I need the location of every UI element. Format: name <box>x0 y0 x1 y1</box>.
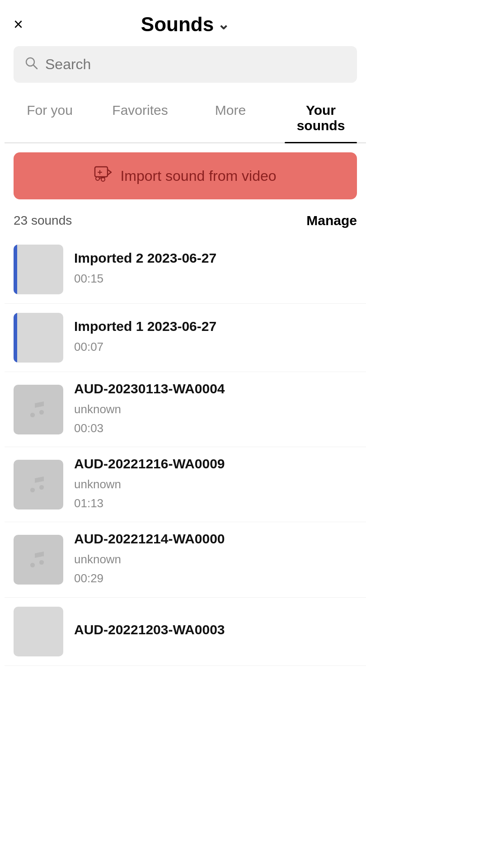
sound-thumbnail <box>14 313 63 363</box>
title-text: Sounds <box>141 13 214 36</box>
list-item[interactable]: AUD-20221214-WA0000 unknown00:29 <box>5 522 366 597</box>
import-sound-button[interactable]: Import sound from video <box>14 152 357 199</box>
sound-thumbnail <box>14 460 63 509</box>
tab-more[interactable]: More <box>185 92 276 142</box>
list-item[interactable]: AUD-20221216-WA0009 unknown01:13 <box>5 447 366 522</box>
sound-duration: 00:07 <box>74 338 357 357</box>
sound-thumbnail <box>14 607 63 656</box>
sound-title: AUD-20230113-WA0004 <box>74 381 357 396</box>
sound-thumbnail <box>14 385 63 434</box>
sound-title: AUD-20221216-WA0009 <box>74 456 357 472</box>
sound-title: Imported 1 2023-06-27 <box>74 319 357 334</box>
sound-title: AUD-20221214-WA0000 <box>74 531 357 547</box>
sound-info: Imported 2 2023-06-27 00:15 <box>74 250 357 288</box>
list-item[interactable]: Imported 2 2023-06-27 00:15 <box>5 236 366 304</box>
tab-favorites[interactable]: Favorites <box>95 92 185 142</box>
sound-thumbnail <box>14 535 63 585</box>
sound-meta: unknown01:13 <box>74 475 357 513</box>
import-button-label: Import sound from video <box>120 168 276 184</box>
manage-button[interactable]: Manage <box>306 213 357 228</box>
header: × Sounds ⌄ <box>0 0 371 42</box>
sound-info: AUD-20221214-WA0000 unknown00:29 <box>74 531 357 588</box>
sound-info: AUD-20221216-WA0009 unknown01:13 <box>74 456 357 513</box>
sound-duration: 01:13 <box>74 494 357 513</box>
search-input[interactable] <box>45 56 346 73</box>
import-icon <box>94 166 112 186</box>
list-item[interactable]: AUD-20221203-WA0003 <box>5 598 366 666</box>
close-button[interactable]: × <box>14 16 23 33</box>
sound-duration: 00:03 <box>74 419 357 438</box>
sound-title: AUD-20221203-WA0003 <box>74 622 357 637</box>
sound-meta: unknown00:03 <box>74 400 357 438</box>
sound-artist: unknown <box>74 550 357 569</box>
list-item[interactable]: Imported 1 2023-06-27 00:07 <box>5 304 366 372</box>
sound-meta: 00:07 <box>74 338 357 357</box>
sound-artist: unknown <box>74 475 357 494</box>
sound-info: AUD-20221203-WA0003 <box>74 622 357 641</box>
sound-meta: 00:15 <box>74 269 357 288</box>
page-title[interactable]: Sounds ⌄ <box>141 13 230 36</box>
sound-thumbnail <box>14 245 63 294</box>
tab-your-sounds[interactable]: Your sounds <box>276 92 366 142</box>
sound-artist: unknown <box>74 400 357 419</box>
tab-for-you[interactable]: For you <box>5 92 95 142</box>
sound-meta: unknown00:29 <box>74 550 357 588</box>
search-bar <box>14 46 357 83</box>
sound-info: Imported 1 2023-06-27 00:07 <box>74 319 357 357</box>
import-section: Import sound from video <box>0 143 371 208</box>
chevron-down-icon: ⌄ <box>217 16 230 33</box>
sound-duration: 00:29 <box>74 569 357 588</box>
search-icon <box>24 56 38 73</box>
svg-line-1 <box>33 65 37 69</box>
sounds-meta: 23 sounds Manage <box>0 208 371 236</box>
sound-duration: 00:15 <box>74 269 357 288</box>
sound-list: Imported 2 2023-06-27 00:15 Imported 1 2… <box>0 236 371 666</box>
sound-title: Imported 2 2023-06-27 <box>74 250 357 266</box>
svg-point-4 <box>101 178 105 181</box>
sound-info: AUD-20230113-WA0004 unknown00:03 <box>74 381 357 438</box>
list-item[interactable]: AUD-20230113-WA0004 unknown00:03 <box>5 372 366 447</box>
tabs-bar: For you Favorites More Your sounds <box>5 92 366 143</box>
sounds-count: 23 sounds <box>14 213 72 228</box>
